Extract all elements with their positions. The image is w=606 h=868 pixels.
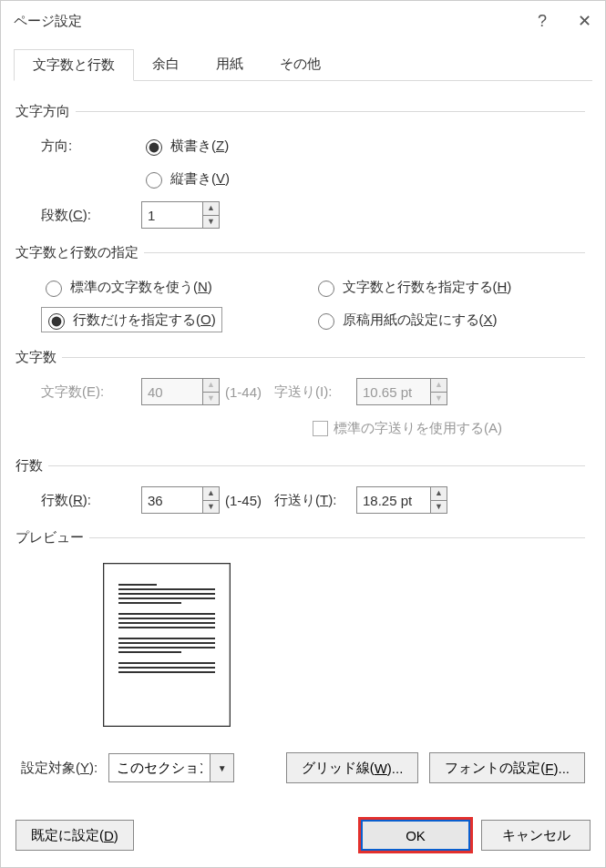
line-count-up[interactable]: ▲ xyxy=(203,487,219,501)
apply-row: 設定対象(Y): ▼ グリッド線(W)... フォントの設定(F)... xyxy=(21,752,585,783)
spec-legend: 文字数と行数の指定 xyxy=(15,244,144,261)
char-count-up: ▲ xyxy=(203,379,219,393)
chevron-down-icon[interactable]: ▼ xyxy=(210,754,233,781)
line-count-down[interactable]: ▼ xyxy=(203,501,219,514)
radio-vertical-label: 縦書き(V) xyxy=(170,170,230,188)
line-pitch-down[interactable]: ▼ xyxy=(431,501,447,514)
tab-paper[interactable]: 用紙 xyxy=(198,49,262,81)
char-count-spinner: ▲ ▼ xyxy=(141,378,220,405)
radio-standard-chars-label: 標準の文字数を使う(N) xyxy=(70,279,212,296)
radio-lines-only[interactable]: 行数だけを指定する(O) xyxy=(41,307,222,332)
apply-to-value[interactable] xyxy=(109,754,210,781)
line-pitch-label: 行送り(T): xyxy=(274,492,356,509)
radio-vertical-input[interactable] xyxy=(146,172,162,189)
radio-genkou-label: 原稿用紙の設定にする(X) xyxy=(343,311,498,329)
radio-standard-chars[interactable]: 標準の文字数を使う(N) xyxy=(41,272,212,301)
page-setup-dialog: ページ設定 ? ✕ 文字数と行数 余白 用紙 その他 文字方向 方向: 横書き(… xyxy=(0,0,606,868)
radio-genkou[interactable]: 原稿用紙の設定にする(X) xyxy=(313,305,498,334)
line-pitch-input[interactable] xyxy=(357,487,430,513)
char-count-range: (1-44) xyxy=(225,384,262,400)
preview-legend: プレビュー xyxy=(15,529,89,546)
checkbox-std-pitch-label: 標準の字送りを使用する(A) xyxy=(334,420,502,437)
dialog-title: ページ設定 xyxy=(14,13,521,30)
preview-page xyxy=(103,563,231,727)
columns-spinner[interactable]: ▲ ▼ xyxy=(141,201,220,229)
apply-to-label: 設定対象(Y): xyxy=(21,760,98,777)
tab-margins[interactable]: 余白 xyxy=(134,49,198,81)
chars-group: 文字数 文字数(E): ▲ ▼ (1-44) 字送り(I): ▲ xyxy=(21,349,585,444)
line-count-label: 行数(R): xyxy=(41,492,141,509)
char-count-down: ▼ xyxy=(203,393,219,405)
radio-vertical[interactable]: 縦書き(V) xyxy=(141,164,230,193)
close-icon: ✕ xyxy=(578,11,591,31)
char-pitch-spinner: ▲ ▼ xyxy=(356,378,447,405)
line-pitch-spinner[interactable]: ▲ ▼ xyxy=(356,486,447,514)
checkbox-std-pitch: 標準の字送りを使用する(A) xyxy=(313,420,502,437)
radio-standard-chars-input[interactable] xyxy=(46,281,62,297)
chars-legend: 文字数 xyxy=(15,349,62,366)
columns-up[interactable]: ▲ xyxy=(203,202,219,216)
char-pitch-down: ▼ xyxy=(431,393,447,405)
line-pitch-up[interactable]: ▲ xyxy=(431,487,447,501)
font-settings-button[interactable]: フォントの設定(F)... xyxy=(429,752,585,783)
spec-group: 文字数と行数の指定 標準の文字数を使う(N) 文字数と行数を指定する(H) xyxy=(21,244,585,336)
cancel-button[interactable]: キャンセル xyxy=(481,820,591,851)
columns-input[interactable] xyxy=(142,202,202,228)
columns-label: 段数(C): xyxy=(41,207,141,224)
radio-genkou-input[interactable] xyxy=(318,313,334,330)
char-pitch-up: ▲ xyxy=(431,379,447,393)
radio-horizontal[interactable]: 横書き(Z) xyxy=(141,131,229,160)
char-count-input xyxy=(142,379,202,404)
set-default-button[interactable]: 既定に設定(D) xyxy=(15,820,134,851)
radio-lines-only-label: 行数だけを指定する(O) xyxy=(73,311,216,329)
titlebar: ページ設定 ? ✕ xyxy=(1,1,605,41)
lines-legend: 行数 xyxy=(15,457,48,475)
close-button[interactable]: ✕ xyxy=(563,1,605,41)
tab-strip: 文字数と行数 余白 用紙 その他 xyxy=(14,48,592,81)
char-pitch-label: 字送り(I): xyxy=(274,383,356,401)
ok-button[interactable]: OK xyxy=(361,820,470,851)
radio-both[interactable]: 文字数と行数を指定する(H) xyxy=(313,272,512,301)
direction-label: 方向: xyxy=(41,138,141,155)
tab-other[interactable]: その他 xyxy=(262,49,339,81)
radio-both-label: 文字数と行数を指定する(H) xyxy=(343,279,512,296)
tab-content: 文字方向 方向: 横書き(Z) 縦書き(V) 段数(C): xyxy=(1,81,605,803)
char-count-label: 文字数(E): xyxy=(41,383,141,401)
radio-horizontal-input[interactable] xyxy=(146,139,162,156)
radio-both-input[interactable] xyxy=(318,281,334,297)
line-count-input[interactable] xyxy=(142,487,202,513)
apply-to-select[interactable]: ▼ xyxy=(108,753,234,782)
preview-group: プレビュー xyxy=(21,529,585,727)
checkbox-box xyxy=(313,421,328,436)
char-pitch-input xyxy=(357,379,430,404)
columns-down[interactable]: ▼ xyxy=(203,216,219,229)
direction-group: 文字方向 方向: 横書き(Z) 縦書き(V) 段数(C): xyxy=(21,103,585,231)
direction-legend: 文字方向 xyxy=(15,103,76,120)
radio-horizontal-label: 横書き(Z) xyxy=(170,138,229,155)
lines-group: 行数 行数(R): ▲ ▼ (1-45) 行送り(T): ▲ xyxy=(21,457,585,516)
radio-lines-only-input[interactable] xyxy=(48,313,65,330)
gridlines-button[interactable]: グリッド線(W)... xyxy=(286,752,419,783)
tab-chars-lines[interactable]: 文字数と行数 xyxy=(14,49,134,81)
help-button[interactable]: ? xyxy=(521,1,563,41)
line-count-spinner[interactable]: ▲ ▼ xyxy=(141,486,220,514)
line-count-range: (1-45) xyxy=(225,493,262,508)
dialog-footer: 既定に設定(D) OK キャンセル xyxy=(1,803,605,867)
